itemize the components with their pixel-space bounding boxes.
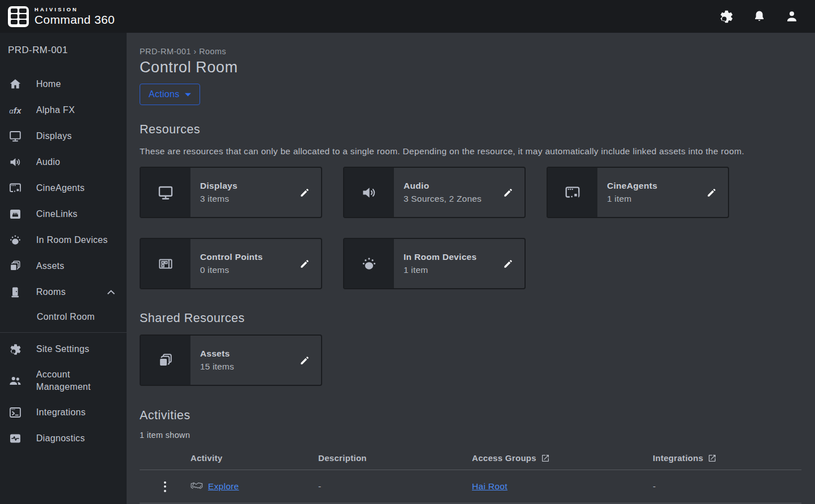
display-icon xyxy=(8,129,23,143)
breadcrumb-separator: › xyxy=(193,47,196,56)
activities-heading: Activities xyxy=(140,409,801,423)
resource-card-in-room-devices[interactable]: In Room Devices 1 item xyxy=(343,238,526,289)
door-icon xyxy=(8,285,23,299)
resource-card-audio[interactable]: Audio 3 Sources, 2 Zones xyxy=(343,167,526,218)
ethernet-icon xyxy=(8,207,23,221)
edit-pencil-icon[interactable] xyxy=(299,186,311,198)
card-subtitle: 0 items xyxy=(200,265,299,275)
card-title: Assets xyxy=(200,349,299,359)
topbar: HAIVISION Command 360 xyxy=(0,0,815,33)
card-text: Assets 15 items xyxy=(190,336,299,385)
sidebar-item-diagnostics[interactable]: Diagnostics xyxy=(0,425,127,451)
external-link-icon[interactable] xyxy=(541,454,550,463)
card-subtitle: 15 items xyxy=(200,362,299,372)
description-cell: - xyxy=(318,481,472,492)
sidebar-item-alpha-fx[interactable]: αfx Alpha FX xyxy=(0,97,127,123)
sidebar-item-label: Rooms xyxy=(36,286,93,298)
sidebar: PRD-RM-001 Home αfx Alpha FX Displays xyxy=(0,33,127,504)
activities-table: Activity Description Access Groups Integ… xyxy=(140,446,801,503)
shared-card-grid: Assets 15 items xyxy=(140,334,801,386)
app-logo[interactable]: HAIVISION Command 360 xyxy=(8,6,115,27)
sidebar-item-site-settings[interactable]: Site Settings xyxy=(0,336,127,362)
card-subtitle: 3 items xyxy=(200,194,299,204)
card-title: In Room Devices xyxy=(404,252,502,262)
resources-description: These are resources that can only be all… xyxy=(140,145,790,158)
edit-pencil-icon[interactable] xyxy=(299,258,311,270)
edit-pencil-icon[interactable] xyxy=(502,186,514,198)
users-icon xyxy=(8,374,23,388)
sidebar-item-account-management[interactable]: Account Management xyxy=(0,362,127,399)
chevron-up-icon[interactable] xyxy=(107,290,115,295)
card-subtitle: 1 item xyxy=(404,265,502,275)
sidebar-item-rooms[interactable]: Rooms xyxy=(0,279,127,305)
breadcrumb: PRD-RM-001 › Rooms xyxy=(140,47,801,56)
column-header-label: Integrations xyxy=(653,453,703,463)
edit-pencil-icon[interactable] xyxy=(502,258,514,270)
handshake-icon xyxy=(190,482,203,492)
notifications-bell-icon[interactable] xyxy=(752,10,766,24)
card-subtitle: 1 item xyxy=(607,194,706,204)
column-header-access-groups: Access Groups xyxy=(472,453,653,463)
sidebar-item-audio[interactable]: Audio xyxy=(0,149,127,175)
sidebar-item-label: Diagnostics xyxy=(36,432,119,445)
user-profile-icon[interactable] xyxy=(784,9,799,24)
card-subtitle: 3 Sources, 2 Zones xyxy=(404,194,502,204)
sidebar-item-displays[interactable]: Displays xyxy=(0,123,127,149)
actions-dropdown-button[interactable]: Actions xyxy=(140,84,200,105)
breadcrumb-current[interactable]: Rooms xyxy=(199,47,226,56)
settings-gear-icon[interactable] xyxy=(719,9,734,24)
device-puck-icon xyxy=(344,239,394,288)
sidebar-item-assets[interactable]: Assets xyxy=(0,253,127,279)
column-header-integrations: Integrations xyxy=(653,453,801,463)
column-header-label: Access Groups xyxy=(472,453,536,463)
activities-count: 1 item shown xyxy=(140,431,801,440)
sidebar-divider xyxy=(0,332,127,333)
sidebar-item-label: Integrations xyxy=(36,406,119,419)
activity-explore-link[interactable]: Explore xyxy=(208,481,239,492)
edit-pencil-icon[interactable] xyxy=(299,354,311,366)
layers-icon xyxy=(8,259,23,273)
speaker-icon xyxy=(8,155,23,169)
column-header-description: Description xyxy=(318,453,472,463)
card-text: Audio 3 Sources, 2 Zones xyxy=(394,168,502,217)
home-icon xyxy=(8,77,23,91)
sidebar-item-label: Control Room xyxy=(37,311,119,323)
access-groups-cell: Hai Root xyxy=(472,481,653,492)
table-header-row: Activity Description Access Groups Integ… xyxy=(140,446,801,470)
external-link-icon[interactable] xyxy=(708,454,717,463)
sidebar-item-home[interactable]: Home xyxy=(0,71,127,97)
sidebar-item-label: Displays xyxy=(36,130,119,142)
terminal-icon xyxy=(8,406,23,419)
resources-card-grid: Displays 3 items Audio 3 Sources, 2 Zone… xyxy=(140,167,801,289)
sidebar-item-cinelinks[interactable]: CineLinks xyxy=(0,201,127,227)
card-title: Control Points xyxy=(200,252,299,262)
activity-cell: Explore xyxy=(190,481,318,492)
sidebar-item-integrations[interactable]: Integrations xyxy=(0,399,127,425)
resource-card-cineagents[interactable]: CineAgents 1 item xyxy=(547,167,729,218)
sidebar-item-cineagents[interactable]: CineAgents xyxy=(0,175,127,201)
page-title: Control Room xyxy=(140,59,801,76)
breadcrumb-parent[interactable]: PRD-RM-001 xyxy=(140,47,191,56)
sidebar-item-label: CineAgents xyxy=(36,182,119,194)
sidebar-nav: Home αfx Alpha FX Displays Audio xyxy=(0,71,127,451)
topbar-actions xyxy=(719,9,807,24)
sidebar-item-label: In Room Devices xyxy=(36,234,119,246)
sidebar-item-control-room[interactable]: Control Room xyxy=(0,305,127,329)
table-row: Explore - Hai Root - xyxy=(140,470,801,503)
sidebar-item-label: Assets xyxy=(36,260,119,272)
sidebar-item-label: Audio xyxy=(36,156,119,168)
shared-resources-heading: Shared Resources xyxy=(140,311,801,325)
row-kebab-menu-icon[interactable] xyxy=(140,481,190,492)
resources-heading: Resources xyxy=(140,123,801,137)
resource-card-assets[interactable]: Assets 15 items xyxy=(140,334,322,386)
brand-text: HAIVISION Command 360 xyxy=(34,6,115,27)
resource-card-displays[interactable]: Displays 3 items xyxy=(140,167,322,218)
access-group-link[interactable]: Hai Root xyxy=(472,481,508,491)
actions-label: Actions xyxy=(149,89,180,99)
edit-pencil-icon[interactable] xyxy=(706,186,718,198)
resource-card-control-points[interactable]: Control Points 0 items xyxy=(140,238,322,289)
brand-haivision: HAIVISION xyxy=(34,6,115,12)
display-icon xyxy=(141,168,190,217)
sidebar-item-in-room-devices[interactable]: In Room Devices xyxy=(0,227,127,253)
sidebar-item-label: CineLinks xyxy=(36,208,119,220)
